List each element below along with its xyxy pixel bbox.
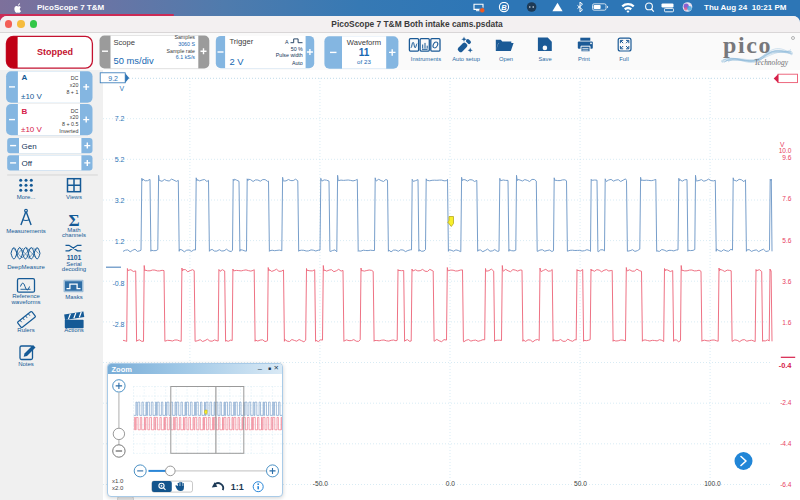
svg-text:100.0: 100.0 — [704, 480, 721, 487]
svg-text:7.6: 7.6 — [782, 195, 791, 202]
svg-text:pico: pico — [723, 32, 772, 58]
svg-text:6.1 kS/s: 6.1 kS/s — [176, 54, 195, 60]
svg-text:-4.4: -4.4 — [780, 440, 792, 447]
svg-text:-2.8: -2.8 — [112, 321, 124, 328]
svg-text:-0.4: -0.4 — [779, 361, 793, 370]
svg-text:50 ms/div: 50 ms/div — [114, 55, 154, 66]
svg-text:x2.0: x2.0 — [112, 484, 124, 490]
svg-text:V: V — [120, 85, 125, 92]
svg-text:B: B — [22, 107, 28, 116]
svg-text:0.0: 0.0 — [446, 480, 455, 487]
svg-text:8 + 1: 8 + 1 — [66, 89, 78, 95]
svg-text:5.6: 5.6 — [782, 237, 791, 244]
svg-text:Inverted: Inverted — [59, 128, 78, 134]
svg-text:9.2: 9.2 — [108, 75, 118, 82]
svg-text:±10 V: ±10 V — [21, 92, 43, 101]
svg-text:9.6: 9.6 — [782, 154, 791, 161]
svg-text:DC: DC — [71, 108, 79, 114]
svg-text:Scope: Scope — [114, 38, 136, 47]
svg-text:x1.0: x1.0 — [112, 478, 124, 484]
svg-text:50.0: 50.0 — [574, 480, 587, 487]
svg-text:Sample rate: Sample rate — [166, 48, 195, 54]
svg-text:A: A — [22, 73, 28, 82]
svg-text:Waveform: Waveform — [347, 38, 381, 47]
svg-text:7.2: 7.2 — [115, 115, 125, 122]
svg-text:1.2: 1.2 — [115, 238, 125, 245]
svg-text:3.6: 3.6 — [782, 278, 791, 285]
svg-text:5.2: 5.2 — [115, 156, 125, 163]
svg-text:1.6: 1.6 — [782, 319, 791, 326]
svg-text:Auto: Auto — [292, 60, 303, 66]
svg-text:3.2: 3.2 — [115, 197, 125, 204]
svg-text:DC: DC — [71, 75, 79, 81]
svg-text:x20: x20 — [70, 114, 79, 120]
svg-text:Pulse width: Pulse width — [276, 52, 303, 58]
svg-text:of 23: of 23 — [357, 58, 371, 65]
svg-text:-0.8: -0.8 — [112, 280, 124, 287]
svg-text:50 %: 50 % — [291, 46, 303, 52]
svg-text:1101: 1101 — [67, 254, 82, 261]
svg-text:Stopped: Stopped — [37, 47, 73, 57]
svg-text:-2.4: -2.4 — [780, 399, 792, 406]
svg-text:±10 V: ±10 V — [21, 125, 43, 134]
svg-text:2 V: 2 V — [229, 56, 244, 67]
svg-text:8 + 0.5: 8 + 0.5 — [62, 121, 78, 127]
svg-text:Off: Off — [22, 159, 33, 168]
svg-text:x20: x20 — [70, 82, 79, 88]
svg-text:Technology: Technology — [754, 58, 789, 67]
svg-text:Trigger: Trigger — [229, 37, 253, 46]
svg-text:Gen: Gen — [22, 142, 37, 151]
svg-text:1:1: 1:1 — [230, 482, 243, 492]
svg-text:-50.0: -50.0 — [313, 480, 328, 487]
svg-text:Samples: Samples — [174, 34, 195, 40]
svg-text:11: 11 — [359, 47, 370, 58]
svg-text:-6.4: -6.4 — [780, 481, 792, 488]
svg-text:3060 S: 3060 S — [178, 41, 195, 47]
svg-text:A: A — [285, 39, 289, 45]
